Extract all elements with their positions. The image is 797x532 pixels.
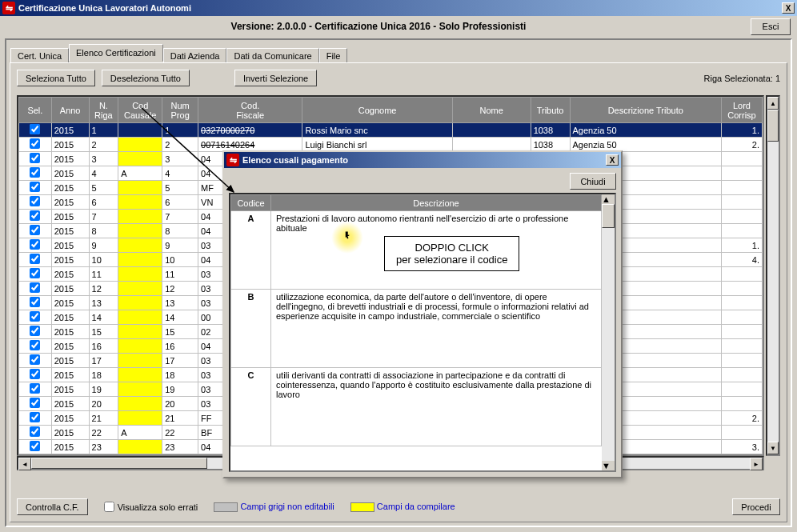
row-select-checkbox[interactable] — [30, 398, 40, 408]
row-select-checkbox[interactable] — [30, 369, 40, 379]
col-anno[interactable]: Anno — [51, 98, 89, 123]
row-select-checkbox[interactable] — [30, 383, 40, 394]
cell-causale[interactable] — [118, 238, 162, 253]
row-select-checkbox[interactable] — [30, 426, 40, 437]
tab-dati-azienda[interactable]: Dati Azienda — [163, 48, 227, 63]
table-row[interactable]: 20151103270000270Rossi Mario snc1038Agen… — [19, 123, 763, 138]
legend-grigi-text: Campi grigi non editabili — [240, 502, 334, 511]
tab-cert-unica[interactable]: Cert. Unica — [10, 48, 69, 63]
cell-cognome: Rossi Mario snc — [302, 123, 452, 138]
cell-causale[interactable] — [118, 397, 162, 411]
table-row[interactable]: 20152200716140264Luigi Bianchi srl1038Ag… — [19, 138, 763, 152]
grid-vscrollbar[interactable]: ▲ ▼ — [766, 95, 780, 456]
popup-chiudi-button[interactable]: Chiudi — [570, 173, 616, 190]
cell-numprog: 4 — [162, 166, 198, 181]
scroll-right-icon[interactable]: ► — [750, 458, 763, 470]
cell-anno: 2015 — [51, 411, 89, 426]
cell-causale[interactable] — [118, 224, 162, 238]
cell-lordo — [721, 296, 762, 310]
cell-causale[interactable] — [118, 339, 162, 354]
cell-lordo: 1. — [721, 238, 762, 253]
col-lordo[interactable]: LordCorrisp — [721, 98, 762, 123]
row-select-checkbox[interactable] — [30, 268, 40, 278]
controlla-cf-button[interactable]: Controlla C.F. — [17, 498, 88, 515]
tab-dati-da-comunicare[interactable]: Dati da Comunicare — [226, 48, 318, 63]
row-select-checkbox[interactable] — [30, 254, 40, 264]
row-select-checkbox[interactable] — [30, 167, 40, 178]
esci-button[interactable]: Esci — [751, 18, 791, 35]
popup-scroll-down-icon[interactable]: ▼ — [602, 461, 615, 470]
cell-nriga: 22 — [89, 426, 118, 440]
col-cognome[interactable]: Cognome — [302, 98, 452, 123]
cell-lordo — [721, 325, 762, 339]
scroll-down-icon[interactable]: ▼ — [767, 442, 779, 454]
cell-causale[interactable]: A — [118, 166, 162, 181]
deseleziona-tutto-button[interactable]: Deseleziona Tutto — [102, 70, 190, 86]
inverti-selezione-button[interactable]: Inverti Selezione — [234, 70, 317, 86]
cell-causale[interactable] — [118, 325, 162, 339]
causali-table[interactable]: Codice Descrizione APrestazioni di lavor… — [229, 193, 616, 472]
cell-causale[interactable] — [118, 181, 162, 195]
row-select-checkbox[interactable] — [30, 182, 40, 192]
seleziona-tutto-button[interactable]: Seleziona Tutto — [17, 70, 95, 86]
window-close-button[interactable]: X — [782, 2, 795, 14]
cell-causale[interactable] — [118, 123, 162, 138]
col-codCausale[interactable]: CodCausale — [118, 98, 162, 123]
scroll-up-icon[interactable]: ▲ — [767, 97, 779, 110]
cell-causale[interactable] — [118, 368, 162, 382]
cell-numprog: 17 — [162, 354, 198, 368]
row-select-checkbox[interactable] — [30, 412, 40, 422]
cell-causale[interactable] — [118, 310, 162, 325]
cell-causale[interactable] — [118, 382, 162, 397]
row-select-checkbox[interactable] — [30, 239, 40, 250]
visualizza-errati-checkbox[interactable]: Visualizza solo errati — [104, 502, 198, 512]
col-nome[interactable]: Nome — [452, 98, 531, 123]
col-numProg[interactable]: NumProg — [162, 98, 198, 123]
cell-lordo — [721, 224, 762, 238]
scroll-left-icon[interactable]: ◄ — [18, 458, 31, 470]
row-select-checkbox[interactable] — [30, 441, 40, 451]
cell-causale[interactable] — [118, 282, 162, 296]
visualizza-errati-input[interactable] — [104, 502, 114, 512]
cell-causale[interactable] — [118, 138, 162, 152]
cell-causale[interactable] — [118, 411, 162, 426]
cell-causale[interactable] — [118, 195, 162, 210]
row-select-checkbox[interactable] — [30, 124, 40, 134]
col-sel[interactable]: Sel. — [19, 98, 52, 123]
popup-scroll-up-icon[interactable]: ▲ — [602, 194, 615, 204]
cell-causale[interactable] — [118, 354, 162, 368]
cell-causale[interactable] — [118, 152, 162, 166]
cell-lordo: 3. — [721, 440, 762, 454]
col-tributo[interactable]: Tributo — [531, 98, 570, 123]
col-descTributo[interactable]: Descrizione Tributo — [570, 98, 721, 123]
row-select-checkbox[interactable] — [30, 297, 40, 307]
cell-causale[interactable] — [118, 253, 162, 267]
col-codFiscale[interactable]: Cod.Fiscale — [198, 98, 302, 123]
cell-causale[interactable] — [118, 296, 162, 310]
row-select-checkbox[interactable] — [30, 138, 40, 149]
tab-file[interactable]: File — [319, 48, 348, 63]
causale-row[interactable]: Butilizzazione economica, da parte dell'… — [231, 290, 602, 368]
row-select-checkbox[interactable] — [30, 225, 40, 235]
row-select-checkbox[interactable] — [30, 354, 40, 365]
row-select-checkbox[interactable] — [30, 196, 40, 206]
cell-causale[interactable] — [118, 210, 162, 224]
cell-codfiscale: 03270000270 — [198, 123, 302, 138]
cell-tributo: 1038 — [531, 123, 570, 138]
cell-causale[interactable] — [118, 267, 162, 282]
row-select-checkbox[interactable] — [30, 340, 40, 350]
cell-causale[interactable] — [118, 440, 162, 454]
row-select-checkbox[interactable] — [30, 153, 40, 163]
causale-row[interactable]: Cutili derivanti da contratti di associa… — [231, 368, 602, 446]
row-select-checkbox[interactable] — [30, 326, 40, 336]
row-select-checkbox[interactable] — [30, 282, 40, 293]
col-nRiga[interactable]: N.Riga — [89, 98, 118, 123]
popup-vscrollbar[interactable]: ▲ ▼ — [602, 194, 615, 470]
row-select-checkbox[interactable] — [30, 311, 40, 322]
version-text: Versione: 2.0.0.0 - Certificazione Unica… — [6, 21, 751, 32]
popup-close-button[interactable]: X — [606, 154, 619, 166]
tab-elenco-certificazioni[interactable]: Elenco Certificazioni — [69, 44, 163, 62]
cell-causale[interactable]: A — [118, 426, 162, 440]
row-select-checkbox[interactable] — [30, 210, 40, 221]
procedi-button[interactable]: Procedi — [732, 498, 780, 515]
